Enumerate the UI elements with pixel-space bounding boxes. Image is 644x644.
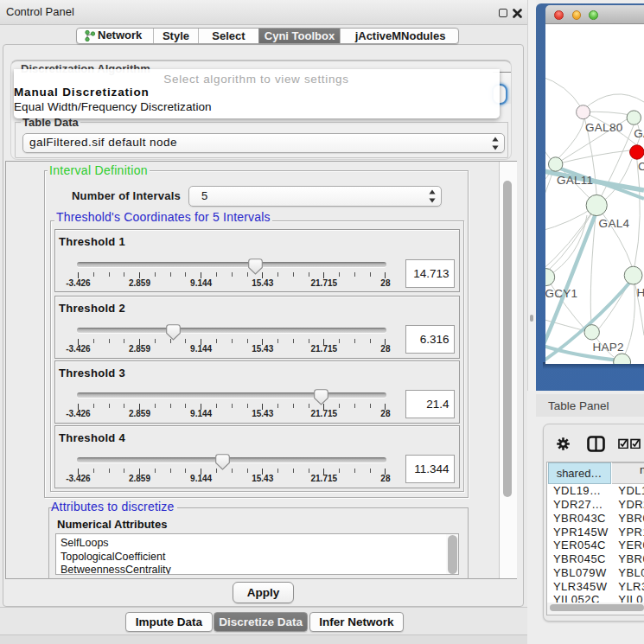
svg-text:HAP2: HAP2 [592, 341, 623, 354]
svg-text:GAL11: GAL11 [557, 174, 594, 187]
svg-text:GAL80: GAL80 [585, 121, 623, 134]
svg-text:H: H [636, 286, 644, 299]
svg-text:GCY1: GCY1 [545, 287, 577, 300]
svg-text:GA: GA [634, 127, 644, 140]
svg-text:GAL4: GAL4 [599, 217, 630, 230]
svg-text:C: C [638, 160, 644, 173]
